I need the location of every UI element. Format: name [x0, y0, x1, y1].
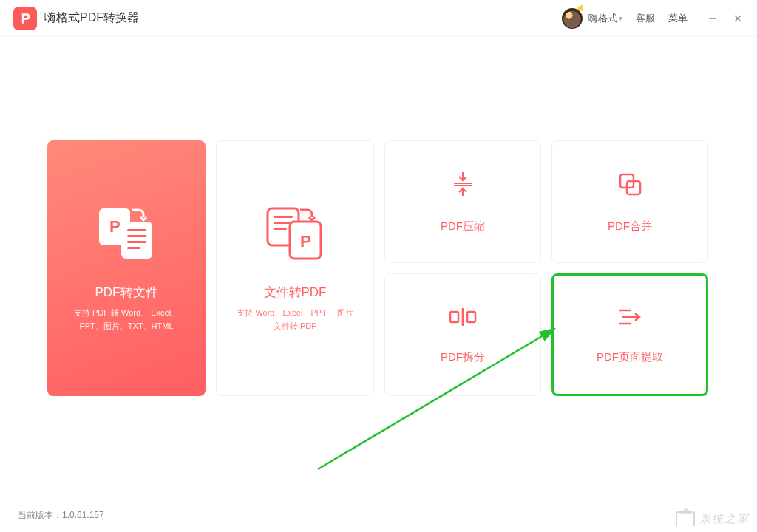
main-content: P PDF转文件 支持 PDF 转 Word、 Excel、PPT、图片、TXT…: [0, 37, 757, 396]
app-logo-icon: [18, 11, 33, 26]
card-pdf-merge[interactable]: PDF合并: [551, 140, 708, 263]
large-cards-col: P PDF转文件 支持 PDF 转 Word、 Excel、PPT、图片、TXT…: [47, 140, 374, 396]
svg-rect-10: [127, 247, 140, 249]
card-title: 文件转PDF: [264, 284, 327, 301]
card-title: PDF拆分: [441, 350, 485, 364]
svg-rect-8: [127, 235, 146, 237]
svg-rect-23: [450, 312, 458, 322]
pdf-to-file-icon: P: [96, 204, 157, 265]
card-title: PDF合并: [608, 219, 652, 233]
minimize-icon: [708, 14, 717, 23]
close-icon: [733, 14, 742, 23]
watermark-icon: [676, 511, 695, 526]
card-subtitle: 支持 Word、Excel、PPT 、图片文件转 PDF: [217, 307, 373, 332]
window-controls: [707, 13, 744, 24]
split-icon: [448, 306, 478, 331]
card-pdf-compress[interactable]: PDF压缩: [384, 140, 541, 263]
svg-text:P: P: [109, 217, 120, 236]
svg-rect-12: [274, 216, 293, 218]
titlebar: 嗨格式PDF转换器 嗨格式 ▾ 客服 菜单: [0, 0, 757, 37]
card-pdf-split[interactable]: PDF拆分: [384, 273, 541, 396]
version-number: 1.0.61.157: [62, 510, 104, 520]
small-cards-grid: PDF压缩 PDF合并 PDF拆分: [384, 140, 708, 396]
chevron-down-icon: ▾: [619, 14, 622, 22]
svg-rect-7: [127, 229, 146, 231]
user-avatar-icon: [562, 8, 583, 29]
titlebar-right: 嗨格式 ▾ 客服 菜单: [562, 8, 744, 29]
merge-icon: [617, 171, 643, 200]
watermark: 系统之家: [676, 511, 750, 526]
app-logo: [13, 7, 37, 30]
version-label: 当前版本：: [18, 510, 62, 520]
menu-link[interactable]: 菜单: [668, 12, 688, 25]
watermark-text: 系统之家: [699, 512, 750, 526]
compress-icon: [449, 171, 476, 200]
support-link[interactable]: 客服: [636, 12, 655, 25]
card-pdf-to-file[interactable]: P PDF转文件 支持 PDF 转 Word、 Excel、PPT、图片、TXT…: [47, 140, 206, 396]
card-pdf-page-extract[interactable]: PDF页面提取: [551, 273, 708, 396]
card-title: PDF转文件: [95, 284, 158, 301]
extract-icon: [617, 306, 643, 331]
card-title: PDF压缩: [441, 219, 485, 233]
close-button[interactable]: [732, 13, 744, 24]
card-subtitle: 支持 PDF 转 Word、 Excel、PPT、图片、TXT、HTML: [47, 307, 206, 332]
svg-rect-9: [127, 241, 146, 243]
svg-text:P: P: [300, 232, 311, 250]
user-menu[interactable]: 嗨格式 ▾: [562, 8, 622, 29]
minimize-button[interactable]: [707, 13, 719, 24]
svg-rect-6: [121, 222, 152, 259]
version-footer: 当前版本：1.0.61.157: [18, 509, 104, 522]
card-title: PDF页面提取: [597, 350, 663, 364]
card-file-to-pdf[interactable]: P 文件转PDF 支持 Word、Excel、PPT 、图片文件转 PDF: [216, 140, 374, 396]
svg-rect-24: [467, 312, 475, 322]
file-to-pdf-icon: P: [265, 204, 325, 265]
username-label: 嗨格式: [588, 12, 617, 25]
svg-rect-14: [274, 228, 287, 230]
app-title: 嗨格式PDF转换器: [44, 10, 139, 26]
